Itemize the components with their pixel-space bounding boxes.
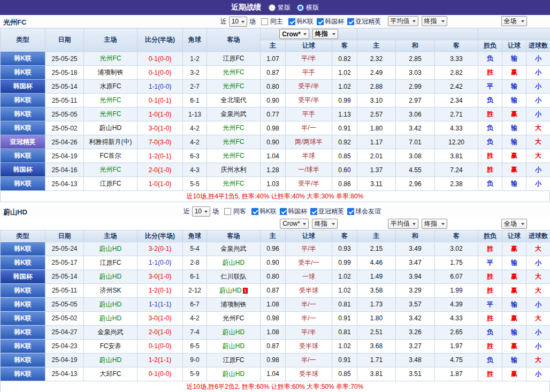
- competition-cell: 韩K联: [1, 107, 45, 121]
- corner-cell: 3-2: [183, 66, 207, 80]
- corner-cell: 5-9: [183, 367, 207, 381]
- match-scope-select[interactable]: 全场: [501, 16, 527, 26]
- away-team-name[interactable]: 江原FC: [223, 356, 245, 364]
- away-team-name[interactable]: 金泉尚武: [221, 245, 247, 252]
- average-odds-select-cell: 平均值 终指: [357, 218, 478, 230]
- col-header-odds-away: 客: [332, 230, 357, 242]
- competition-filter-checkbox[interactable]: [288, 18, 295, 25]
- home-team-name[interactable]: 蔚山HD: [100, 245, 121, 252]
- home-team-name[interactable]: 江原FC: [100, 259, 121, 266]
- competition-filter-label: 亚冠精英: [318, 207, 344, 216]
- away-team-name[interactable]: 蔚山HD: [223, 328, 245, 336]
- away-team-name[interactable]: 庆州水利: [221, 166, 247, 173]
- view-mode-radio-group: 竖版横版: [269, 3, 319, 12]
- date-cell: 25-05-14: [45, 80, 84, 94]
- score-cell: 1-0(1-0): [138, 177, 183, 191]
- away-team-name[interactable]: 浦项制铁: [221, 301, 247, 308]
- home-team-name[interactable]: 光州FC: [100, 96, 121, 104]
- final-index-select[interactable]: 终指: [312, 219, 338, 229]
- date-cell: 25-04-16: [45, 163, 84, 177]
- competition-filter-checkbox[interactable]: [251, 208, 258, 215]
- avg-draw-odds-cell: 3.57: [396, 297, 435, 311]
- away-team-name[interactable]: 光州FC: [223, 314, 245, 322]
- competition-cell: 亚冠精英: [1, 135, 45, 149]
- match-count-select[interactable]: 10: [192, 206, 210, 217]
- home-team-name[interactable]: 蔚山HD: [100, 273, 121, 280]
- home-team-name[interactable]: 浦项制铁: [98, 68, 124, 76]
- handicap-result-cell: 赢: [502, 270, 526, 283]
- away-team-cell: 光州FC: [207, 80, 261, 94]
- home-team-name[interactable]: 水原FC: [100, 82, 121, 90]
- competition-filter-checkbox[interactable]: [347, 18, 354, 25]
- final-index-select[interactable]: 终指: [422, 16, 447, 26]
- radio-icon[interactable]: [297, 4, 304, 11]
- result-cell: 胜: [478, 149, 502, 163]
- home-team-name[interactable]: 江原FC: [100, 180, 121, 187]
- home-team-name[interactable]: 光州FC: [100, 166, 121, 173]
- average-odds-select[interactable]: 平均值: [388, 16, 418, 26]
- home-team-name[interactable]: 蔚山HD: [100, 124, 121, 132]
- away-team-name[interactable]: 光州FC: [223, 152, 245, 159]
- bookmaker-select-cell: Crow* 终指: [261, 218, 357, 230]
- home-team-name[interactable]: 光州FC: [100, 55, 121, 62]
- same-venue-checkbox[interactable]: [224, 208, 231, 215]
- away-team-name[interactable]: 全北现代: [221, 96, 247, 104]
- avg-home-odds-cell: 3.11: [357, 177, 396, 191]
- away-team-name[interactable]: 光州FC: [223, 180, 245, 187]
- away-team-name[interactable]: 江原FC: [223, 55, 245, 62]
- match-scope-select[interactable]: 全场: [501, 219, 527, 229]
- filter-bar: 近 10 场 同主 韩K联韩国杯亚冠精英: [0, 16, 381, 27]
- away-team-name[interactable]: 光州FC: [223, 138, 245, 145]
- bookmaker-select[interactable]: Crow*: [279, 29, 309, 39]
- final-index-select[interactable]: 终指: [312, 29, 338, 39]
- away-team-name[interactable]: 蔚山HD: [223, 259, 245, 266]
- away-team-name[interactable]: 蔚山HD: [223, 342, 245, 350]
- competition-filter-checkbox[interactable]: [317, 18, 324, 25]
- final-index-select[interactable]: 终指: [422, 219, 447, 229]
- home-team-name[interactable]: 利雅得新月(中): [89, 138, 132, 145]
- view-option[interactable]: 横版: [297, 3, 319, 12]
- handicap-line-cell: 受半球: [286, 283, 332, 297]
- home-team-name[interactable]: 金泉尚武: [98, 328, 124, 336]
- handicap-away-odds-cell: 0.86: [332, 177, 357, 191]
- home-team-name[interactable]: 大邱FC: [100, 370, 121, 378]
- match-count-select[interactable]: 10: [229, 17, 247, 27]
- competition-filter-checkbox[interactable]: [310, 208, 317, 215]
- handicap-line-cell: 半/一: [286, 121, 332, 135]
- average-odds-select-group: 平均值 终指: [357, 16, 478, 26]
- away-team-name[interactable]: 光州FC: [223, 82, 245, 90]
- bookmaker-select[interactable]: Crow*: [280, 219, 309, 229]
- away-team-name[interactable]: 仁川联队: [221, 273, 247, 280]
- home-team-name[interactable]: 光州FC: [100, 110, 121, 118]
- average-odds-select[interactable]: 平均值: [388, 219, 418, 229]
- away-team-name[interactable]: 光州FC: [223, 68, 245, 76]
- corner-cell: 4-2: [183, 121, 207, 135]
- match-row: 韩K联25-04-13江原FC1-0(1-0)5-5光州FC1.03受平/半0.…: [1, 177, 550, 191]
- competition-filter-checkbox[interactable]: [280, 208, 287, 215]
- top-bar: 近期战绩 竖版横版: [0, 0, 550, 15]
- radio-icon[interactable]: [269, 4, 276, 11]
- home-team-name[interactable]: FC首尔: [100, 152, 121, 159]
- scope-header-spacer: [478, 28, 550, 40]
- competition-filter-checkbox[interactable]: [347, 208, 354, 215]
- filter-bar: 近 10 场 同客 韩K联韩国杯亚冠精英球会友谊: [0, 206, 381, 217]
- home-team-name[interactable]: FC安养: [100, 342, 121, 350]
- avg-home-odds-cell: 4.46: [357, 256, 396, 270]
- home-team-name[interactable]: 蔚山HD: [100, 301, 121, 308]
- away-team-name[interactable]: 蔚山HD: [219, 287, 241, 294]
- handicap-line-cell: 平/半: [286, 52, 332, 66]
- chevron-down-icon: [441, 223, 445, 227]
- same-venue-checkbox[interactable]: [261, 18, 268, 25]
- home-team-name[interactable]: 蔚山HD: [100, 314, 121, 322]
- competition-cell: 韩K联: [1, 256, 45, 270]
- handicap-line-cell: 平手: [286, 66, 332, 80]
- view-option[interactable]: 竖版: [269, 3, 291, 12]
- avg-home-odds-cell: 1.80: [357, 311, 396, 325]
- avg-home-odds-cell: 2.01: [357, 149, 396, 163]
- col-header-score: 比分(半场): [138, 28, 183, 52]
- away-team-name[interactable]: 光州FC: [223, 124, 245, 132]
- home-team-name[interactable]: 蔚山HD: [100, 356, 121, 364]
- away-team-name[interactable]: 蔚山HD: [223, 370, 245, 378]
- home-team-name[interactable]: 济州SK: [100, 287, 121, 294]
- away-team-name[interactable]: 金泉尚武: [221, 110, 247, 118]
